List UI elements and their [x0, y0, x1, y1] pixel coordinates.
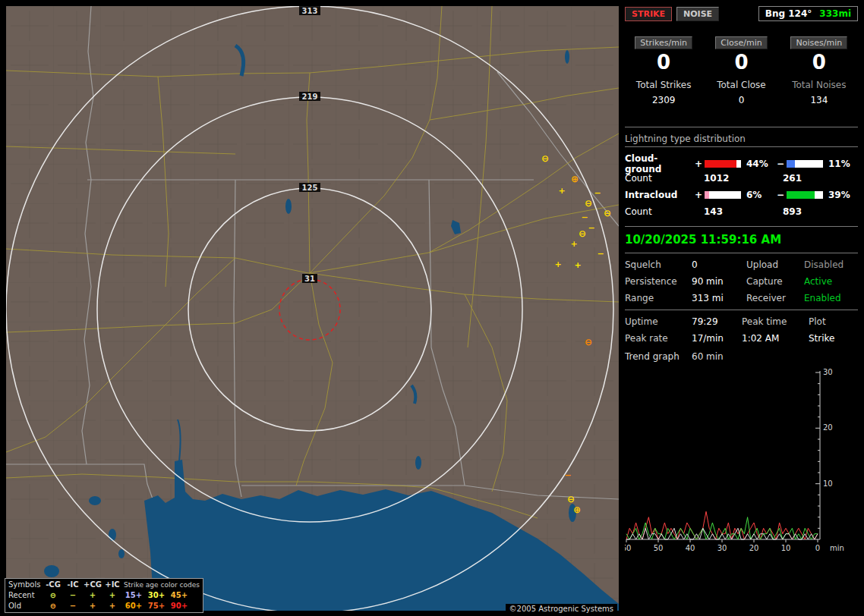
cloud-ground-count-row: Count 1012 261 — [625, 170, 858, 187]
current-datetime: 10/20/2025 11:59:16 AM — [625, 233, 858, 247]
uptime-value: 79:29 — [692, 316, 742, 327]
map-canvas: 313 219 125 31 ⊖⊕+⊖−⊖−⊖−+−++⊖−⊖⊕ — [6, 6, 619, 611]
intracloud-count-row: Count 143 893 — [625, 203, 858, 220]
capture-label: Capture — [746, 276, 804, 287]
plus-sign: + — [693, 159, 704, 169]
total-strikes-value: 2309 — [625, 95, 702, 105]
svg-text:10: 10 — [781, 544, 791, 552]
ring-label-31: 31 — [302, 274, 317, 283]
noise-button[interactable]: NOISE — [676, 7, 719, 21]
noises-per-min-column: Noises/min 0 Total Noises 134 — [780, 36, 858, 105]
close-per-min-value: 0 — [702, 49, 780, 75]
strike-symbol: + — [554, 259, 561, 269]
plot-mode-value: Strike — [809, 333, 858, 344]
trend-graph-label: Trend graph — [625, 351, 692, 362]
strike-symbol: ⊖ — [585, 337, 592, 347]
strike-symbol: ⊖ — [567, 494, 575, 504]
range-value: 313 mi — [692, 293, 746, 303]
map-legend: Symbols-CG-IC+CG+ICStrike age color code… — [5, 578, 203, 613]
cg-positive-bar — [704, 159, 742, 168]
legend-cell: + — [102, 590, 122, 601]
divider — [625, 127, 858, 127]
cg-negative-percent: 11% — [825, 159, 856, 169]
minus-sign: − — [775, 190, 786, 200]
strike-symbol: ⊖ — [585, 198, 592, 209]
ic-positive-count: 143 — [704, 206, 783, 217]
strike-symbol: − — [594, 188, 601, 198]
intracloud-label: Intracloud — [625, 190, 693, 200]
total-noises-label: Total Noises — [780, 80, 858, 90]
legend-cell: Recent — [7, 590, 43, 601]
minus-sign: − — [775, 159, 786, 169]
svg-text:20: 20 — [749, 544, 759, 552]
bearing-label: Bng 124° — [765, 8, 812, 19]
strikes-per-min-label: Strikes/min — [635, 36, 692, 49]
stats-grid: Uptime 79:29 Peak time Plot Peak rate 17… — [625, 316, 858, 344]
strikes-per-min-column: Strikes/min 0 Total Strikes 2309 — [625, 36, 702, 105]
squelch-label: Squelch — [625, 259, 692, 270]
divider — [625, 226, 858, 227]
ic-negative-bar — [786, 190, 824, 200]
mode-row: STRIKE NOISE Bng 124°333mi — [625, 6, 858, 21]
noises-per-min-label: Noises/min — [790, 36, 847, 49]
ring-label-219: 219 — [299, 92, 320, 101]
distribution-title: Lightning type distribution — [625, 134, 858, 147]
ring-label-313: 313 — [299, 6, 320, 15]
trend-series-noise — [626, 528, 818, 539]
receiver-status: Enabled — [804, 293, 858, 303]
svg-text:20: 20 — [823, 423, 833, 432]
cloud-ground-label: Cloud-ground — [625, 153, 693, 174]
legend-cell: + — [102, 601, 122, 611]
total-noises-value: 134 — [780, 95, 858, 105]
rate-counters: Strikes/min 0 Total Strikes 2309 Close/m… — [625, 36, 858, 105]
strike-symbol: − — [581, 212, 588, 222]
cg-positive-count: 1012 — [704, 173, 783, 184]
strike-symbol: ⊖ — [579, 228, 586, 239]
strikes-per-min-value: 0 — [625, 49, 702, 75]
legend-cell: + — [83, 590, 102, 601]
strike-symbol: + — [558, 186, 565, 196]
legend-row: Old⊖−++60+75+90+ — [7, 601, 201, 611]
map-panel[interactable]: 313 219 125 31 ⊖⊕+⊖−⊖−⊖−+−++⊖−⊖⊕ Symbols… — [6, 6, 619, 611]
receiver-label: Receiver — [746, 293, 804, 303]
control-panel: STRIKE NOISE Bng 124°333mi Strikes/min 0… — [625, 6, 858, 611]
legend-cell: -CG — [43, 580, 63, 590]
bearing-range-value: 333mi — [819, 8, 851, 19]
ic-negative-count: 893 — [783, 206, 858, 217]
svg-text:min: min — [830, 544, 844, 552]
svg-text:40: 40 — [686, 544, 695, 552]
svg-text:125: 125 — [302, 184, 318, 192]
cloud-ground-row: Cloud-ground + 44% − 11% — [625, 153, 858, 170]
legend-cell: 30+ — [145, 590, 168, 601]
peak-time-value: 1:02 AM — [742, 333, 809, 344]
persistence-value: 90 min — [692, 276, 746, 287]
peak-time-label: Peak time — [742, 316, 809, 327]
app-window: 313 219 125 31 ⊖⊕+⊖−⊖−⊖−+−++⊖−⊖⊕ Symbols… — [0, 0, 864, 616]
svg-text:10: 10 — [823, 479, 833, 488]
legend-cell: -IC — [63, 580, 83, 590]
ic-count-label: Count — [625, 206, 704, 217]
ic-positive-bar — [704, 190, 742, 200]
cg-negative-bar — [786, 159, 824, 168]
legend-cell: Symbols — [7, 580, 43, 590]
legend-row: Recent⊖−++15+30+45+ — [7, 590, 201, 601]
trend-graph-header: Trend graph 60 min — [625, 351, 858, 362]
cg-count-label: Count — [625, 173, 704, 184]
plot-label: Plot — [809, 316, 858, 327]
total-close-value: 0 — [702, 95, 780, 105]
svg-text:31: 31 — [304, 275, 315, 283]
trend-graph-window: 60 min — [692, 351, 858, 362]
divider — [625, 253, 858, 253]
legend-cell: 90+ — [168, 601, 191, 611]
legend-cell: 45+ — [168, 590, 191, 601]
svg-text:313: 313 — [302, 7, 318, 15]
strike-button[interactable]: STRIKE — [625, 7, 672, 21]
strike-symbol: − — [588, 223, 594, 233]
ic-positive-percent: 6% — [743, 190, 775, 200]
peak-rate-label: Peak rate — [625, 333, 692, 344]
legend-cell: 15+ — [122, 590, 145, 601]
legend-cell: Old — [7, 601, 43, 611]
legend-header-row: Symbols-CG-IC+CG+ICStrike age color code… — [7, 580, 201, 590]
squelch-value: 0 — [692, 259, 746, 270]
cg-positive-percent: 44% — [743, 159, 775, 169]
